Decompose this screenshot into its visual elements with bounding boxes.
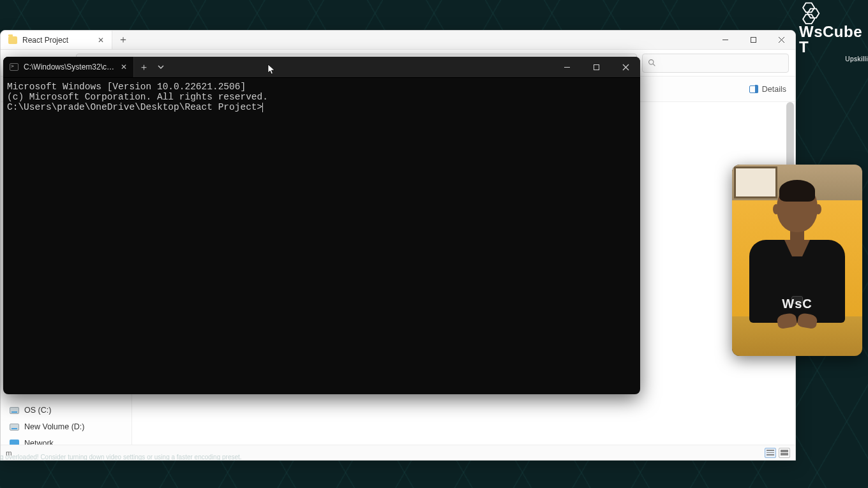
explorer-close-button[interactable] (767, 31, 795, 49)
text-cursor (262, 103, 263, 112)
terminal-line: (c) Microsoft Corporation. All rights re… (7, 92, 636, 102)
details-label[interactable]: Details (762, 85, 786, 94)
presenter-figure: WsC (749, 182, 845, 327)
brand-logo: WsCube T Upskilli (798, 1, 868, 64)
explorer-maximize-button[interactable] (739, 31, 767, 49)
terminal-tab-close-icon[interactable]: ✕ (121, 63, 127, 71)
brand-name: WsCube T (799, 24, 868, 55)
svg-line-8 (653, 64, 655, 66)
explorer-minimize-button[interactable] (711, 31, 739, 49)
terminal-window: C:\Windows\System32\cmd.e ✕ ＋ Microsoft … (3, 57, 640, 394)
brand-subtitle: Upskilli (799, 56, 868, 63)
sidebar-item-drive-c[interactable]: OS (C:) (1, 402, 131, 418)
terminal-tab-title: C:\Windows\System32\cmd.e (24, 63, 116, 71)
terminal-output[interactable]: Microsoft Windows [Version 10.0.22621.25… (3, 78, 640, 117)
svg-rect-10 (594, 64, 599, 70)
view-icons-button[interactable] (779, 448, 790, 458)
terminal-minimize-button[interactable] (552, 57, 581, 77)
sidebar-item-drive-d[interactable]: New Volume (D:) (1, 418, 131, 435)
chevron-down-icon (158, 64, 164, 70)
details-pane-icon (749, 85, 758, 93)
folder-icon (8, 36, 17, 44)
terminal-line: Microsoft Windows [Version 10.0.22621.25… (7, 82, 636, 92)
terminal-tab-dropdown-button[interactable] (153, 57, 168, 77)
explorer-tab[interactable]: React Project ✕ (1, 31, 112, 49)
svg-point-7 (649, 60, 654, 64)
terminal-tab[interactable]: C:\Windows\System32\cmd.e ✕ (3, 57, 134, 77)
drive-icon (10, 407, 19, 414)
terminal-maximize-button[interactable] (581, 57, 611, 77)
view-details-button[interactable] (765, 448, 776, 458)
explorer-tab-title: React Project (22, 36, 93, 45)
sidebar-item-label: New Volume (D:) (24, 422, 84, 431)
terminal-titlebar[interactable]: C:\Windows\System32\cmd.e ✕ ＋ (3, 57, 640, 78)
svg-rect-4 (751, 38, 756, 43)
search-icon (648, 59, 656, 67)
explorer-titlebar[interactable]: React Project ✕ ＋ (1, 31, 795, 50)
terminal-close-button[interactable] (611, 57, 640, 77)
explorer-tab-close-icon[interactable]: ✕ (98, 36, 104, 45)
explorer-new-tab-button[interactable]: ＋ (112, 31, 134, 49)
explorer-search-input[interactable] (642, 54, 789, 73)
drive-icon (10, 424, 19, 431)
hex-logo-icon (798, 1, 821, 24)
terminal-new-tab-button[interactable]: ＋ (134, 57, 153, 77)
terminal-line: C:\Users\prade\OneDrive\Desktop\React Pr… (7, 102, 636, 112)
webcam-overlay: WsC (732, 165, 862, 356)
encoding-warning-text: g overloaded! Consider turning down vide… (0, 454, 242, 461)
cmd-icon (10, 63, 19, 71)
sidebar-item-label: OS (C:) (24, 406, 51, 415)
